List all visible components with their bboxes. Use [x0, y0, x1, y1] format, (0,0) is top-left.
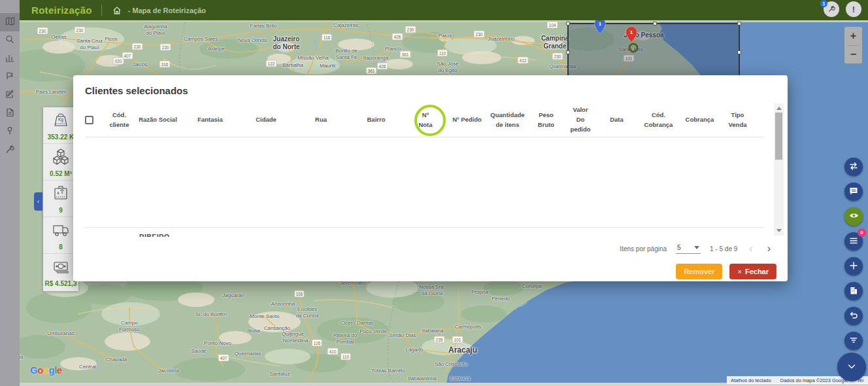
selection-handle[interactable] — [566, 22, 570, 26]
map-zoom-control: + − — [844, 27, 862, 63]
stat-value: 0.52 M³ — [50, 170, 72, 177]
edit-icon — [5, 90, 14, 101]
tools-badge: 1 — [820, 0, 827, 7]
svg-text:1: 1 — [630, 29, 633, 35]
undo-icon — [849, 311, 858, 322]
swap-button[interactable] — [844, 158, 863, 176]
zoom-in-button[interactable]: + — [844, 27, 862, 45]
plus-button[interactable] — [844, 257, 863, 275]
alerts-button[interactable]: ! — [846, 1, 861, 17]
breadcrumb: - Mapa de Roteirização — [128, 7, 206, 14]
column-header-bairro: Bairro — [348, 115, 404, 125]
modal-title: Clientes selecionados — [85, 85, 188, 96]
eye-button[interactable] — [844, 207, 863, 226]
collapse-panel-button[interactable]: ‹ — [34, 192, 42, 211]
building-icon — [849, 286, 858, 297]
selected-clients-modal: Clientes selecionados Cód.clienteRazão S… — [73, 75, 788, 281]
tools-button[interactable]: 1 — [824, 1, 839, 17]
stat-value: 353.22 K — [48, 133, 75, 141]
wrench-icon — [827, 5, 835, 13]
sidebar-item-tools[interactable] — [0, 141, 20, 160]
swap-icon — [849, 162, 858, 173]
home-icon[interactable] — [112, 6, 122, 15]
next-page-button[interactable]: › — [765, 243, 773, 254]
map-pin-marker[interactable]: 1 — [593, 18, 607, 37]
selection-handle[interactable] — [737, 50, 741, 54]
truck-icon — [51, 220, 71, 243]
exclamation-icon: ! — [852, 5, 855, 14]
chat-button[interactable] — [844, 183, 863, 201]
column-header-cobran-a: Cobrança — [680, 115, 719, 125]
pagination-bar: Itens por página 5 1 - 5 de 9 ‹ › — [620, 241, 773, 256]
select-all-checkbox[interactable] — [85, 116, 93, 124]
selection-handle[interactable] — [566, 50, 570, 54]
partial-row-text: RIBEIRO — [139, 233, 218, 237]
attribution-text[interactable]: Dados do mapa ©2023 Google — [780, 377, 848, 383]
eye-icon — [849, 211, 859, 222]
sidebar-item-routes[interactable] — [0, 68, 20, 86]
partial-table-row: RIBEIRO — [139, 227, 218, 237]
close-icon: × — [737, 268, 741, 275]
stat-value: 8 — [59, 243, 63, 251]
table-header-row: Cód.clienteRazão SocialFantasiaCidadeRua… — [85, 103, 764, 137]
column-header-n-pedido: Nº Pedido — [447, 115, 487, 125]
zoom-out-button[interactable]: − — [844, 46, 862, 64]
column-header-valor-do-pedido: ValorDopedido — [564, 105, 597, 134]
chevron-down-icon — [694, 246, 699, 249]
google-logo: Google — [30, 364, 62, 376]
cubes-icon — [51, 147, 71, 169]
sidebar-item-chart[interactable] — [0, 50, 20, 68]
chat-icon — [849, 186, 858, 198]
column-header-c-d-cliente: Cód.cliente — [105, 111, 134, 130]
selected-client-marker[interactable] — [629, 43, 639, 53]
column-header-peso-bruto: PesoBruto — [528, 111, 564, 130]
scroll-up-arrow[interactable] — [776, 107, 782, 110]
sidebar-item-pin[interactable] — [0, 123, 20, 141]
svg-text:Kg: Kg — [58, 117, 63, 122]
selection-handle[interactable] — [653, 22, 657, 26]
column-header-cidade: Cidade — [239, 115, 293, 125]
package-icon — [51, 184, 71, 206]
attribution-text[interactable]: Atalhos do teclado — [731, 377, 771, 383]
stat-value: 9 — [59, 207, 63, 214]
items-per-page-select[interactable]: 5 — [676, 244, 701, 254]
map-icon — [5, 16, 15, 29]
toolbar-badge: 0 — [858, 228, 866, 237]
remove-button[interactable]: Remover — [676, 264, 722, 279]
column-header-rua: Rua — [293, 115, 348, 125]
sidebar-item-document[interactable] — [0, 105, 20, 123]
scroll-down-arrow[interactable] — [776, 229, 782, 232]
list-icon — [849, 236, 858, 247]
column-header-fantasia: Fantasia — [182, 115, 239, 125]
search-icon — [5, 35, 14, 46]
column-header-c-d-cobran-a: Cód.Cobrança — [637, 111, 680, 130]
filter-icon — [849, 336, 858, 347]
building-button[interactable] — [844, 282, 863, 300]
table-scrollbar[interactable] — [774, 103, 784, 236]
svg-text:1: 1 — [599, 21, 602, 27]
chevron-down-button[interactable] — [837, 353, 866, 381]
scrollbar-thumb[interactable] — [775, 113, 782, 160]
sidebar-item-search[interactable] — [0, 31, 20, 50]
money-icon — [51, 257, 71, 279]
tools-icon — [5, 145, 14, 156]
items-per-page-label: Itens por página — [620, 245, 667, 253]
app-title: Roteirização — [31, 5, 92, 16]
stat-value: R$ 4.521,3 — [45, 280, 77, 287]
filter-button[interactable] — [844, 332, 863, 350]
column-header-tipo-venda: TipoVenda — [719, 111, 756, 130]
column-header-n-nota: NºNota — [404, 111, 447, 130]
sidebar-item-map[interactable] — [0, 13, 20, 31]
chart-icon — [5, 53, 14, 65]
column-header-raz-o-social: Razão Social — [134, 115, 182, 125]
close-button[interactable]: × Fechar — [729, 264, 776, 279]
previous-page-button[interactable]: ‹ — [746, 243, 755, 254]
undo-button[interactable] — [844, 307, 863, 325]
routes-icon — [5, 71, 14, 83]
left-sidebar — [0, 0, 20, 386]
sidebar-item-edit[interactable] — [0, 86, 20, 105]
divider — [101, 5, 102, 16]
document-icon — [6, 108, 14, 120]
selection-handle[interactable] — [737, 22, 741, 26]
column-header-quantidade-de-itens: Quantidadede itens — [487, 111, 528, 130]
